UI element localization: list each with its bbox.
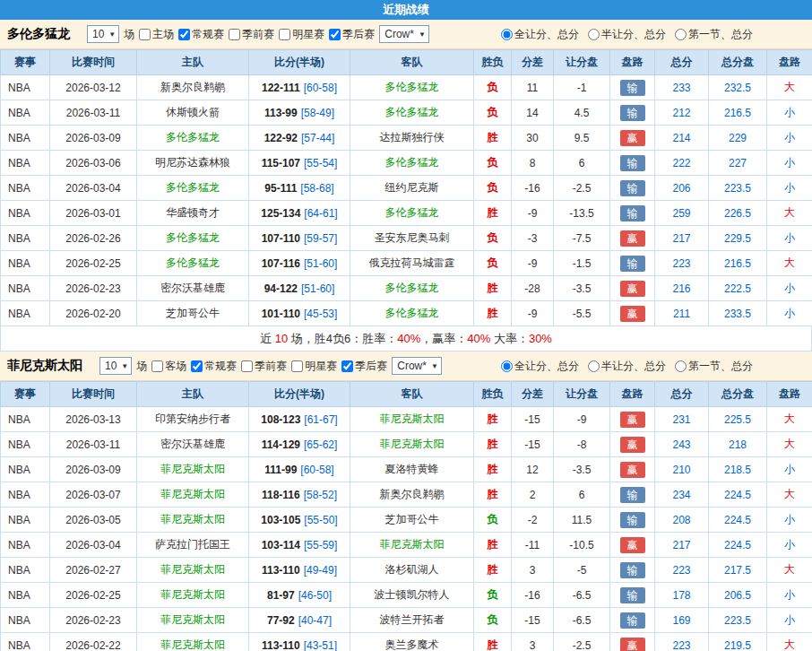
score-cell: 125-134[64-61] xyxy=(249,201,350,226)
venue-checkbox[interactable] xyxy=(139,29,151,40)
radio-half-handicap-total[interactable]: 半让分、总分 xyxy=(588,359,666,374)
total-line-cell: 229 xyxy=(709,126,767,151)
diff-cell: -15 xyxy=(512,407,554,432)
column-header: 让分盘 xyxy=(554,50,610,75)
home-team-cell: 多伦多猛龙 xyxy=(137,126,249,151)
full-handicap-radio[interactable] xyxy=(501,360,513,372)
date-cell: 2026-03-04 xyxy=(50,533,137,558)
radio-label: 全让分、总分 xyxy=(514,27,579,42)
bookmaker-select[interactable]: Crow* ▼ xyxy=(379,25,429,43)
allstar-checkbox[interactable] xyxy=(279,29,290,40)
total-cell: 178 xyxy=(655,583,709,608)
diff-cell: -9 xyxy=(512,301,554,326)
total-line-cell: 232.5 xyxy=(709,75,767,100)
total-line-cell: 233.5 xyxy=(709,301,767,326)
filter-label: 常规赛 xyxy=(192,27,224,42)
guest-team-cell: 洛杉矶湖人 xyxy=(350,558,474,583)
venue-checkbox[interactable] xyxy=(151,360,163,372)
filter-option-preseason[interactable]: 季前赛 xyxy=(229,27,274,42)
radio-half-handicap-total[interactable]: 半让分、总分 xyxy=(588,27,666,42)
radio-first-quarter-total[interactable]: 第一节、总分 xyxy=(675,27,753,42)
game-row: NBA 2026-02-23 菲尼克斯太阳 77-92[40-47] 波特兰开拓… xyxy=(1,608,812,633)
handicap-result-badge: 赢 xyxy=(620,462,645,478)
filter-option-playoffs[interactable]: 季后赛 xyxy=(341,359,387,374)
total-result-cell: 小 xyxy=(767,533,812,558)
team-name: 多伦多猛龙 xyxy=(7,26,70,42)
games-count-select[interactable]: 10 ▼ xyxy=(99,357,132,375)
handicap-result-cell: 输 xyxy=(610,100,655,126)
score-cell: 101-110[45-53] xyxy=(249,301,350,326)
total-line-cell: 218 xyxy=(709,432,767,457)
first-quarter-radio[interactable] xyxy=(675,29,687,40)
half-handicap-radio[interactable] xyxy=(588,360,600,372)
filter-option-allstar[interactable]: 明星赛 xyxy=(279,27,324,42)
filter-option-preseason[interactable]: 季前赛 xyxy=(241,359,287,374)
summary-segment: 大率： xyxy=(490,332,529,345)
league-cell: NBA xyxy=(1,151,50,176)
total-line-cell: 217.5 xyxy=(709,558,767,583)
full-handicap-radio[interactable] xyxy=(501,29,513,40)
filter-option-playoffs[interactable]: 季后赛 xyxy=(329,27,375,42)
regular-season-checkbox[interactable] xyxy=(191,360,203,372)
handicap-result-badge: 输 xyxy=(620,562,645,578)
game-row: NBA 2026-02-23 密尔沃基雄鹿 94-122[51-60] 多伦多猛… xyxy=(1,276,812,301)
half-handicap-radio[interactable] xyxy=(588,29,600,40)
handicap-result-badge: 输 xyxy=(620,80,645,96)
regular-season-checkbox[interactable] xyxy=(178,29,190,40)
filter-option-venue[interactable]: 主场 xyxy=(139,27,174,42)
filter-option-regular-season[interactable]: 常规赛 xyxy=(178,27,224,42)
handicap-result-cell: 赢 xyxy=(610,432,655,457)
handicap-result-cell: 赢 xyxy=(610,457,655,482)
filter-option-regular-season[interactable]: 常规赛 xyxy=(191,359,237,374)
allstar-checkbox[interactable] xyxy=(291,360,303,372)
total-line-cell: 226.5 xyxy=(709,201,767,226)
guest-team-cell: 菲尼克斯太阳 xyxy=(350,407,474,432)
date-cell: 2026-03-06 xyxy=(50,151,137,176)
column-header: 客队 xyxy=(350,50,474,75)
score-cell: 115-107[55-54] xyxy=(249,151,350,176)
total-result-cell: 小 xyxy=(767,457,812,482)
playoffs-checkbox[interactable] xyxy=(329,29,341,40)
filter-option-allstar[interactable]: 明星赛 xyxy=(291,359,337,374)
handicap-cell: -13.5 xyxy=(554,201,610,226)
diff-cell: -2 xyxy=(512,508,554,533)
radio-full-handicap-total[interactable]: 全让分、总分 xyxy=(501,27,579,42)
result-cell: 胜 xyxy=(474,482,512,508)
handicap-result-badge: 输 xyxy=(620,612,645,629)
total-cell: 206 xyxy=(655,176,709,201)
preseason-checkbox[interactable] xyxy=(241,360,253,372)
games-count-select[interactable]: 10 ▼ xyxy=(87,25,119,43)
league-cell: NBA xyxy=(1,301,50,326)
first-quarter-radio[interactable] xyxy=(675,360,687,372)
league-cell: NBA xyxy=(1,407,50,432)
filter-option-venue[interactable]: 客场 xyxy=(151,359,186,374)
total-cell: 211 xyxy=(655,301,709,326)
total-cell: 217 xyxy=(655,226,709,251)
column-header: 总分 xyxy=(655,382,709,407)
date-cell: 2026-03-12 xyxy=(50,75,137,100)
handicap-result-cell: 输 xyxy=(610,608,655,633)
game-row: NBA 2026-02-25 菲尼克斯太阳 81-97[46-50] 波士顿凯尔… xyxy=(1,583,812,608)
bookmaker-select[interactable]: Crow* ▼ xyxy=(392,357,442,375)
radio-full-handicap-total[interactable]: 全让分、总分 xyxy=(501,359,579,374)
result-cell: 胜 xyxy=(474,301,512,326)
preseason-checkbox[interactable] xyxy=(229,29,240,40)
guest-team-cell: 菲尼克斯太阳 xyxy=(350,432,474,457)
column-header: 让分盘 xyxy=(554,382,610,407)
suns-results-table: 赛事比赛时间主队比分(半场)客队胜负分差让分盘盘路总分总分盘盘路 NBA 202… xyxy=(0,381,812,651)
column-header: 比赛时间 xyxy=(50,382,137,407)
radio-first-quarter-total[interactable]: 第一节、总分 xyxy=(675,359,753,374)
handicap-cell: -2.5 xyxy=(554,633,610,651)
home-team-cell: 芝加哥公牛 xyxy=(137,301,249,326)
column-header: 盘路 xyxy=(767,382,812,407)
diff-cell: -9 xyxy=(512,201,554,226)
result-cell: 胜 xyxy=(474,126,512,151)
result-cell: 胜 xyxy=(474,457,512,482)
score-cell: 107-116[51-60] xyxy=(249,251,350,276)
result-cell: 负 xyxy=(474,176,512,201)
table-header-row: 赛事比赛时间主队比分(半场)客队胜负分差让分盘盘路总分总分盘盘路 xyxy=(1,382,812,407)
handicap-result-cell: 赢 xyxy=(610,226,655,251)
team-panel-header-raptors: 多伦多猛龙 10 ▼ 场 主场 常规赛 季前赛 明星赛 季后赛 Crow* ▼ … xyxy=(0,20,812,49)
playoffs-checkbox[interactable] xyxy=(341,360,353,372)
guest-team-cell: 多伦多猛龙 xyxy=(350,201,474,226)
